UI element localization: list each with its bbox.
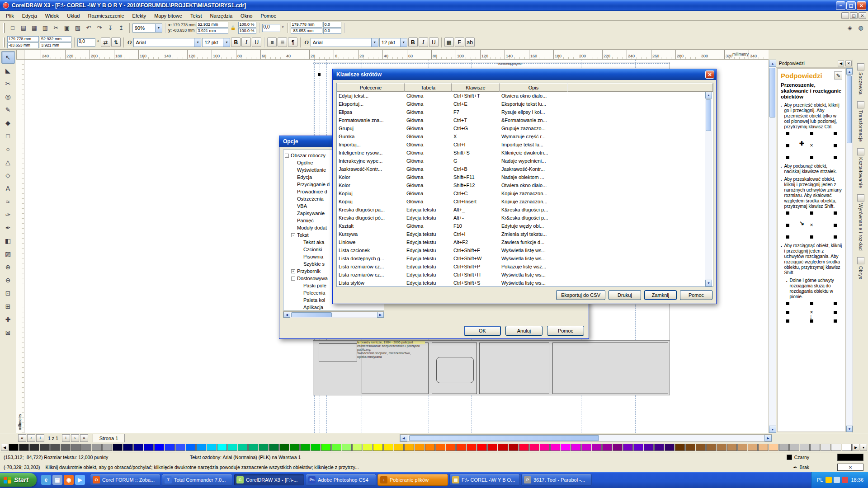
minimize-icon[interactable]: – bbox=[836, 1, 845, 10]
font-size-combo[interactable]: 12 pkt ▾ bbox=[202, 38, 230, 47]
restore-icon[interactable]: ◱ bbox=[846, 1, 856, 10]
task-explorer[interactable]: ▤ F:\- COREL -\W Y B O... bbox=[449, 474, 520, 486]
tree-horizontal-scrollbar[interactable]: ◀ ▶ bbox=[283, 311, 384, 318]
color-swatch[interactable] bbox=[467, 444, 476, 451]
color-swatch[interactable] bbox=[133, 444, 143, 451]
color-swatch[interactable] bbox=[602, 444, 612, 451]
chevron-down-icon[interactable]: ▾ bbox=[400, 38, 407, 47]
column-header[interactable]: Opis bbox=[500, 83, 567, 92]
color-swatch[interactable] bbox=[509, 444, 519, 451]
docker-tab[interactable]: Soczewka bbox=[853, 63, 868, 95]
color-swatch[interactable] bbox=[717, 444, 726, 451]
show-desktop-icon[interactable]: ▤ bbox=[52, 475, 62, 485]
docker-collapse-icon[interactable]: ◀ bbox=[838, 61, 844, 66]
close-button[interactable]: Zamknij bbox=[644, 290, 677, 300]
undo-icon[interactable]: ↶ bbox=[83, 23, 94, 33]
color-swatch[interactable] bbox=[654, 444, 664, 451]
color-swatch[interactable] bbox=[113, 444, 123, 451]
color-swatch[interactable] bbox=[186, 444, 196, 451]
color-swatch[interactable] bbox=[415, 444, 425, 451]
horizontal-scrollbar[interactable]: ◀ ▶ bbox=[400, 434, 772, 442]
color-swatch[interactable] bbox=[487, 444, 497, 451]
table-row[interactable]: Edytuj tekst... Główna Ctrl+Shift+T Otwi… bbox=[337, 92, 713, 100]
tree-item[interactable]: Aplikacja bbox=[283, 304, 384, 310]
scroll-down-icon[interactable]: ▼ bbox=[846, 426, 853, 432]
color-swatch[interactable] bbox=[363, 444, 373, 451]
color-swatch[interactable] bbox=[342, 444, 352, 451]
import-icon[interactable]: ↧ bbox=[105, 23, 116, 33]
color-swatch[interactable] bbox=[144, 444, 154, 451]
color-swatch[interactable] bbox=[238, 444, 248, 451]
basic-shapes-tool[interactable]: ◇ bbox=[1, 169, 15, 182]
table-row[interactable]: Jaskrawość-Kontr... Główna Ctrl+B Jaskra… bbox=[337, 165, 713, 173]
mirror-vertical-icon[interactable]: ⇅ bbox=[111, 38, 121, 47]
scroll-down-icon[interactable]: ▼ bbox=[769, 426, 776, 433]
scroll-down-icon[interactable]: ▼ bbox=[705, 280, 712, 286]
shadow-icon[interactable]: ▩ bbox=[444, 38, 454, 47]
format-text-icon[interactable]: F bbox=[455, 38, 464, 47]
palette-expand-icon[interactable]: ▾ bbox=[860, 444, 867, 451]
scroll-right-icon[interactable]: ▶ bbox=[377, 312, 384, 318]
rotation-input[interactable]: 0,0 bbox=[262, 24, 280, 32]
scale-x-input[interactable]: 100.0 % bbox=[238, 22, 256, 28]
last-page-button[interactable]: » bbox=[80, 434, 88, 442]
smart-fill-tool[interactable]: ◆ bbox=[1, 117, 15, 129]
add-page-after-button[interactable]: + bbox=[62, 434, 70, 442]
selection-handle[interactable] bbox=[318, 73, 321, 76]
mdi-restore-icon[interactable]: ◱ bbox=[850, 12, 858, 19]
scroll-up-icon[interactable]: ▲ bbox=[769, 60, 776, 67]
table-row[interactable]: Importuj... Główna Ctrl+I Importuje teks… bbox=[337, 141, 713, 149]
color-swatch[interactable] bbox=[373, 444, 383, 451]
y2-input[interactable]: -83.653 mm bbox=[291, 28, 322, 34]
color-swatch[interactable] bbox=[404, 444, 414, 451]
page-tab[interactable]: Strona 1 bbox=[93, 434, 125, 442]
scroll-left-icon[interactable]: ◀ bbox=[283, 312, 290, 318]
table-row[interactable]: Kolor Główna Shift+F12 Otwiera okno dial… bbox=[337, 181, 713, 189]
interactive-blend-tool[interactable]: ≈ bbox=[1, 195, 15, 208]
table-row[interactable]: Lista rozmiarów cz... Edycja tekstu Ctrl… bbox=[337, 271, 713, 279]
scale-y-input[interactable]: 100.0 % bbox=[238, 28, 256, 34]
color-swatch[interactable] bbox=[71, 444, 81, 451]
close-icon[interactable]: ✕ bbox=[857, 1, 866, 10]
offset-y-input[interactable]: 0.0 bbox=[323, 28, 341, 34]
save-icon[interactable]: ▦ bbox=[29, 23, 40, 33]
color-swatch[interactable] bbox=[175, 444, 185, 451]
new-document-icon[interactable]: □ bbox=[7, 23, 18, 33]
color-swatch[interactable] bbox=[259, 444, 269, 451]
color-swatch[interactable] bbox=[540, 444, 550, 451]
firefox-icon[interactable]: ◉ bbox=[64, 475, 74, 485]
color-swatch[interactable] bbox=[248, 444, 258, 451]
zoom-out-tool[interactable]: ⊖ bbox=[1, 274, 15, 286]
color-swatch[interactable] bbox=[456, 444, 466, 451]
cancel-button[interactable]: Anuluj bbox=[505, 326, 542, 336]
task-corel-forum[interactable]: O Corel FORUM :: Zoba... bbox=[90, 474, 160, 486]
color-swatch[interactable] bbox=[758, 444, 768, 451]
color-swatch[interactable] bbox=[644, 444, 654, 451]
edit-text-icon[interactable]: ab bbox=[465, 38, 475, 47]
color-swatch[interactable] bbox=[123, 444, 133, 451]
menu-item[interactable]: Widok bbox=[41, 11, 63, 20]
ok-button[interactable]: OK bbox=[464, 326, 501, 336]
zoom-tool[interactable]: ◎ bbox=[1, 90, 15, 103]
zoom-page-tool[interactable]: ⊠ bbox=[1, 326, 15, 339]
color-swatch[interactable] bbox=[207, 444, 217, 451]
scrollbar-thumb[interactable] bbox=[847, 75, 852, 143]
color-swatch[interactable] bbox=[81, 444, 91, 451]
crop-tool[interactable]: ✂ bbox=[1, 77, 15, 90]
color-swatch[interactable] bbox=[696, 444, 706, 451]
export-csv-button[interactable]: Eksportuj do CSV bbox=[556, 290, 605, 300]
color-swatch[interactable] bbox=[706, 444, 716, 451]
paste-icon[interactable]: ▧ bbox=[72, 23, 83, 33]
font-size-combo-2[interactable]: 12 pkt ▾ bbox=[379, 38, 407, 47]
color-swatch[interactable] bbox=[529, 444, 539, 451]
font-family-combo-2[interactable]: Arial ▾ bbox=[311, 38, 378, 47]
column-header[interactable]: Polecenie bbox=[337, 83, 405, 92]
color-swatch[interactable] bbox=[9, 444, 19, 451]
layout-box[interactable] bbox=[319, 343, 357, 361]
vertical-ruler[interactable]: milimetry bbox=[16, 60, 24, 433]
menu-item[interactable]: Pomoc bbox=[256, 11, 280, 20]
scrollbar-thumb[interactable] bbox=[769, 68, 775, 117]
layout-box[interactable] bbox=[479, 343, 549, 394]
table-row[interactable]: Kursywa Edycja tekstu Ctrl+I Zmienia sty… bbox=[337, 230, 713, 238]
add-page-before-button[interactable]: + bbox=[36, 434, 44, 442]
